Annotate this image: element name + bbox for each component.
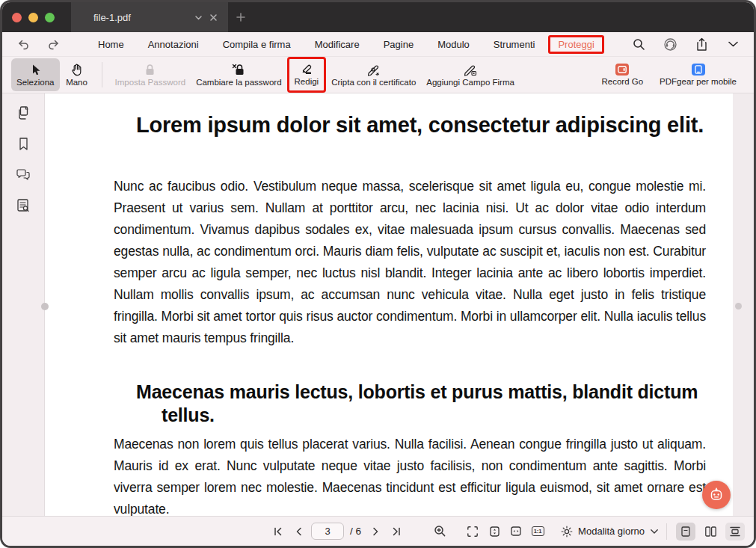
fit-width-icon[interactable] xyxy=(508,523,524,540)
robot-assistant-icon xyxy=(708,487,725,503)
view-mode-label: Modalità giorno xyxy=(578,526,645,537)
share-icon[interactable] xyxy=(692,35,710,53)
comments-icon[interactable] xyxy=(13,164,33,184)
menu-item-strumenti[interactable]: Strumenti xyxy=(483,36,546,53)
menubar: Home Annotazioni Compila e firma Modific… xyxy=(2,32,754,57)
fit-height-icon[interactable] xyxy=(486,523,503,540)
imposta-password-label: Imposta Password xyxy=(115,78,186,87)
traffic-lights xyxy=(2,2,65,32)
imposta-password-button: Imposta Password xyxy=(110,58,191,91)
toolbar: Seleziona Mano Imposta Password Cambiare… xyxy=(2,57,754,93)
chevron-down-icon xyxy=(650,529,659,535)
view-mode-dropdown[interactable]: Modalità giorno xyxy=(561,526,659,538)
sidebar-resize-handle[interactable] xyxy=(41,303,49,310)
titlebar: file-1.pdf xyxy=(2,2,754,32)
close-window-button[interactable] xyxy=(12,13,22,22)
document-heading-2: Maecenas mauris lectus, lobortis et puru… xyxy=(114,381,706,427)
menu-items: Home Annotazioni Compila e firma Modific… xyxy=(87,35,604,54)
aggiungi-campo-firma-button[interactable]: Aggiungi Campo Firma xyxy=(421,58,520,91)
redigi-button-highlighted[interactable]: Redigi xyxy=(287,57,327,93)
toolbar-divider xyxy=(102,62,102,87)
search-document-icon[interactable] xyxy=(13,195,33,215)
next-page-icon[interactable] xyxy=(367,523,384,540)
redigi-label: Redigi xyxy=(295,77,319,86)
pdfgear-mobile-label: PDFgear per mobile xyxy=(660,77,737,86)
pdfgear-window: file-1.pdf Home Annotazioni Compila e fi… xyxy=(0,0,756,548)
page-layout-controls xyxy=(676,523,745,541)
collapse-toolbar-chevron-icon[interactable] xyxy=(724,35,742,53)
menu-item-modulo[interactable]: Modulo xyxy=(427,36,480,53)
redact-marker-icon xyxy=(300,64,313,76)
zoom-in-icon[interactable] xyxy=(431,523,448,540)
mano-button[interactable]: Mano xyxy=(60,58,94,91)
fit-controls: 1:1 xyxy=(464,523,546,540)
page-navigation: / 6 xyxy=(269,523,405,540)
left-sidebar xyxy=(2,93,45,516)
cursor-arrow-icon xyxy=(29,64,41,76)
page-thumbnails-icon[interactable] xyxy=(13,103,33,123)
menu-item-modificare[interactable]: Modificare xyxy=(304,36,370,53)
mobile-phone-icon xyxy=(692,64,705,76)
menu-item-pagine[interactable]: Pagine xyxy=(373,36,424,53)
pdf-page[interactable]: Lorem ipsum dolor sit amet, consectetur … xyxy=(45,93,733,516)
signature-field-icon xyxy=(463,64,478,76)
first-page-icon[interactable] xyxy=(269,523,286,540)
page-number-input[interactable] xyxy=(311,523,344,540)
document-viewport: Lorem ipsum dolor sit amet, consectetur … xyxy=(45,93,754,516)
cripta-certificato-button[interactable]: Cripta con il certificato xyxy=(326,58,421,91)
search-icon[interactable] xyxy=(630,35,648,53)
certificate-pen-icon xyxy=(366,64,381,76)
zoom-window-button[interactable] xyxy=(45,13,55,22)
pdfgear-mobile-button[interactable]: PDFgear per mobile xyxy=(654,58,742,91)
zoom-controls xyxy=(431,523,448,540)
cambiare-password-label: Cambiare la password xyxy=(196,78,281,87)
single-page-view-icon[interactable] xyxy=(676,523,695,541)
lock-icon xyxy=(144,64,156,76)
scroll-view-icon[interactable] xyxy=(725,523,745,541)
record-go-label: Record Go xyxy=(601,77,643,86)
close-tab-icon[interactable] xyxy=(206,10,221,25)
bookmark-icon[interactable] xyxy=(13,134,33,153)
history-buttons xyxy=(14,35,62,53)
menu-item-home[interactable]: Home xyxy=(87,36,135,53)
cripta-certificato-label: Cripta con il certificato xyxy=(331,78,416,87)
two-page-view-icon[interactable] xyxy=(701,523,720,541)
seleziona-button[interactable]: Seleziona xyxy=(11,58,60,91)
document-paragraph-1: Nunc ac faucibus odio. Vestibulum neque … xyxy=(114,176,706,349)
lock-x-icon xyxy=(232,64,245,76)
actual-size-icon[interactable]: 1:1 xyxy=(529,523,546,540)
mano-label: Mano xyxy=(66,78,87,87)
document-paragraph-2: Maecenas non lorem quis tellus placerat … xyxy=(114,434,706,516)
one-to-one-label: 1:1 xyxy=(532,526,544,536)
scroll-gutter xyxy=(733,93,754,516)
last-page-icon[interactable] xyxy=(388,523,405,540)
ai-assistant-button[interactable] xyxy=(702,481,731,509)
seleziona-label: Seleziona xyxy=(16,78,55,87)
undo-icon[interactable] xyxy=(14,35,32,53)
tab-title: file-1.pdf xyxy=(87,12,191,23)
minimize-window-button[interactable] xyxy=(28,13,38,22)
document-heading-1: Lorem ipsum dolor sit amet, consectetur … xyxy=(114,111,706,138)
toolbar-right: Record Go PDFgear per mobile xyxy=(596,58,745,91)
cambiare-password-button[interactable]: Cambiare la password xyxy=(191,58,286,91)
redo-icon[interactable] xyxy=(44,35,62,53)
record-go-icon xyxy=(615,64,629,76)
statusbar: / 6 1:1 xyxy=(2,516,754,546)
menu-item-compila-e-firma[interactable]: Compila e firma xyxy=(212,36,301,53)
document-tab[interactable]: file-1.pdf xyxy=(71,2,228,32)
hand-icon xyxy=(71,64,82,76)
support-headset-icon[interactable] xyxy=(661,35,679,53)
menu-item-proteggi-highlighted[interactable]: Proteggi xyxy=(548,35,603,54)
aggiungi-campo-firma-label: Aggiungi Campo Firma xyxy=(426,78,514,87)
menu-item-annotazioni[interactable]: Annotazioni xyxy=(138,36,209,53)
menubar-right-icons xyxy=(630,35,742,53)
prev-page-icon[interactable] xyxy=(290,523,307,540)
main-area: Lorem ipsum dolor sit amet, consectetur … xyxy=(2,93,754,516)
new-tab-button[interactable] xyxy=(228,2,253,32)
page-total-label: / 6 xyxy=(350,526,361,537)
chevron-down-icon[interactable] xyxy=(191,10,206,25)
vertical-scrollbar-thumb[interactable] xyxy=(735,303,742,310)
fit-page-icon[interactable] xyxy=(464,523,481,540)
record-go-button[interactable]: Record Go xyxy=(596,58,648,91)
statusbar-divider xyxy=(666,523,667,540)
